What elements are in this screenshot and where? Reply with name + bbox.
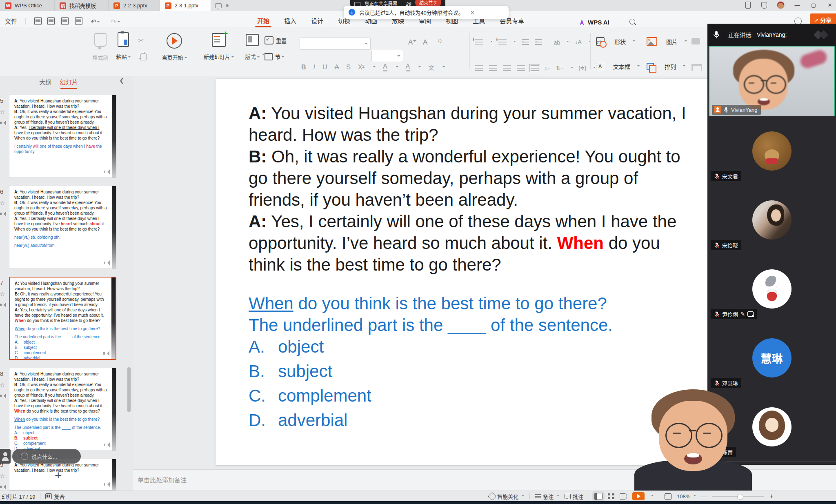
section-button[interactable]: 节 [265,53,291,60]
columns-icon[interactable] [531,65,539,71]
zoom-in-button[interactable] [769,493,773,500]
zoom-out-button[interactable] [701,493,707,500]
slide-thumbnail-7[interactable]: A: You visited Huangshan during your sum… [9,277,116,360]
clear-format-icon[interactable]: ◊ [437,37,443,46]
align-left-icon[interactable] [475,65,483,71]
numbered-list-icon[interactable] [498,39,507,45]
decrease-indent-icon[interactable] [522,39,529,45]
fit-slide-icon[interactable] [665,493,671,500]
chat-avatar-icon[interactable] [0,449,11,464]
menu-tab-1[interactable]: 插入 [284,16,296,27]
underline-icon[interactable]: U [322,64,327,71]
add-slide-button[interactable] [55,468,62,482]
wen-icon[interactable]: 文 [428,63,434,71]
shapes-button[interactable]: 形状 [596,37,635,46]
participant-tile-邓慧琳[interactable]: 慧琳邓慧琳 [707,323,836,393]
highlight-icon[interactable]: A [406,63,410,71]
line-spacing-icon[interactable]: ⇅≡ [556,65,563,71]
zoom-slider-handle[interactable] [737,494,743,500]
arrange-button[interactable]: 排列 [647,62,685,71]
account-avatar[interactable] [777,1,785,9]
zoom-level[interactable]: 108% [677,493,696,500]
outline-color-button[interactable] [691,64,702,71]
cut-button[interactable] [138,36,144,45]
reading-view-button[interactable] [620,493,627,500]
participant-tile-宋文君[interactable]: 宋文君 [707,116,836,186]
justify-icon[interactable] [517,65,525,71]
char-spacing-icon[interactable]: ab [554,39,560,45]
emoji-icon[interactable] [21,453,28,460]
tab-outline[interactable]: 大纲 [39,78,51,86]
zoom-slider[interactable] [712,496,764,497]
picture-button[interactable]: 图片 [647,37,687,46]
panel-scrollbar[interactable] [127,367,131,412]
format-painter-button[interactable]: 格式刷 [89,33,112,61]
bold-icon[interactable]: B [301,64,306,71]
document-tab-1[interactable]: WWPS Office [0,0,55,11]
search-icon[interactable] [629,19,635,24]
shadow-icon[interactable]: S [346,64,351,71]
document-tab-3[interactable]: P2-2-3.pptx [109,0,160,11]
monitor-icon[interactable] [215,3,222,8]
export-icon[interactable] [47,17,55,25]
notes-button[interactable]: 备注 [535,493,559,500]
print-preview-icon[interactable] [75,17,82,25]
paste-button[interactable]: 粘贴 [113,32,133,60]
slide-thumbnail-5[interactable]: A: You visited Huangshan during your sum… [9,95,116,178]
menu-tab-0[interactable]: 开始 [257,16,269,27]
layout-button[interactable]: 版式 [240,34,265,60]
align-right-icon[interactable] [503,65,511,71]
sup-icon[interactable]: X² [358,64,365,71]
chat-input-pill[interactable]: 说点什么... [12,449,81,464]
new-slide-button[interactable]: 新建幻灯片 [201,33,237,60]
speaker-video-tile[interactable]: VivianYang [709,46,835,118]
participant-avatar [752,200,792,240]
app-mode-icon[interactable] [744,2,752,9]
beautify-button[interactable]: 智能美化 [489,493,524,500]
print-icon[interactable] [61,17,69,25]
theme-indicator[interactable]: 复合 [45,493,64,500]
wps-ai-button[interactable]: WPS AI [579,19,609,26]
document-tab-4[interactable]: P2-3-1.pptx [160,0,211,11]
collapse-panel-icon[interactable] [119,77,125,84]
reset-button[interactable]: 重置 [265,36,291,44]
copy-button[interactable] [139,52,145,60]
document-tab-2[interactable]: 稻找稻壳模板 [55,0,109,11]
line-spacing-up-icon[interactable]: ↕≡ [545,65,550,71]
slide-sorter-view-button[interactable] [608,493,614,499]
toast-close-icon[interactable] [470,9,475,16]
maximize-button[interactable] [810,2,817,9]
participant-tile-宋怡晓[interactable]: 宋怡晓 [707,185,836,255]
play-options-caret[interactable] [651,495,654,497]
italic-icon[interactable]: I [314,64,315,71]
increase-font-icon[interactable]: A⁺ [408,38,416,47]
increase-indent-icon[interactable] [535,39,542,45]
slideshow-play-button[interactable] [632,492,645,500]
minimize-button[interactable] [794,2,801,9]
redo-icon[interactable]: ↷ [111,18,120,26]
shield-icon[interactable] [760,2,768,9]
bullet-list-icon[interactable] [475,39,483,45]
font-name-combo[interactable] [300,38,371,50]
close-button[interactable] [826,2,834,9]
slide-thumbnail-6[interactable]: A: You visited Huangshan during your sum… [9,186,116,269]
decrease-font-icon[interactable]: A⁻ [423,38,431,47]
menu-file[interactable]: 文件 [5,17,17,25]
textbox-button[interactable]: A 文本框 [596,62,640,71]
normal-view-button[interactable] [594,493,603,500]
participant-tile-尹伶俐[interactable]: 尹伶俐 [707,254,836,324]
text-align-vertical-icon[interactable]: [≑] [579,65,586,71]
comment-button[interactable]: 批注 [565,493,583,500]
color-icon[interactable]: A [383,63,387,71]
undo-icon[interactable]: ↶ [91,18,100,26]
strike-icon[interactable]: A [335,64,339,71]
play-from-current-button[interactable]: 当页开始 [158,33,190,61]
menu-tab-2[interactable]: 设计 [311,16,323,27]
font-size-combo[interactable] [371,50,403,62]
text-direction-icon[interactable]: ↓A [575,39,581,45]
save-icon[interactable] [34,17,42,25]
fill-color-button[interactable] [691,38,700,44]
align-center-icon[interactable] [489,65,497,71]
tab-slides[interactable]: 幻灯片 [60,78,78,86]
slide-thumbnail-8[interactable]: A: You visited Huangshan during your sum… [9,368,116,451]
